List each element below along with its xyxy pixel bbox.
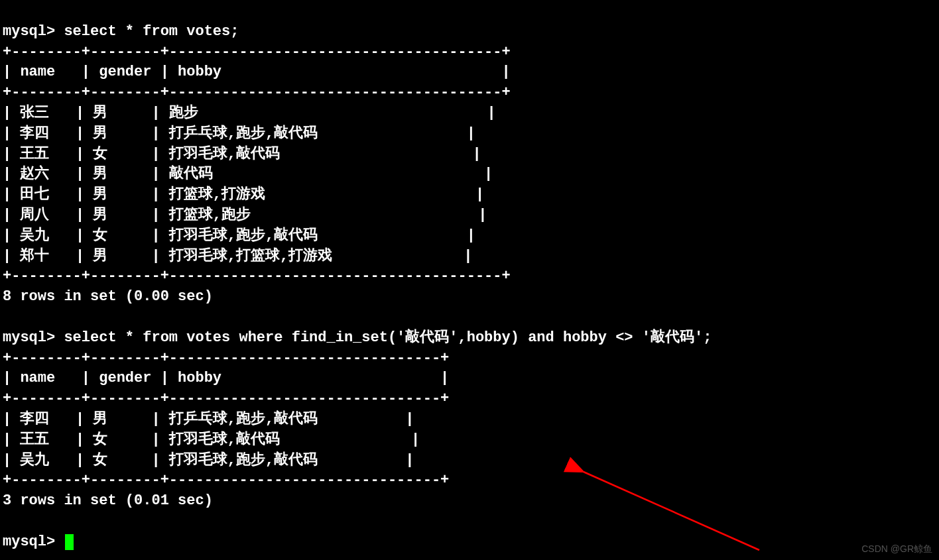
sql-query-2: select * from votes where find_in_set('敲… [64,329,712,346]
terminal-output: mysql> select * from votes; +--------+--… [0,0,939,554]
prompt-line-3[interactable]: mysql> [3,533,74,550]
csdn-watermark: CSDN @GR鲸鱼 [861,543,932,556]
table1-header: | name | gender | hobby | [3,64,511,80]
table1-row-7: | 郑十 | 男 | 打羽毛球,打篮球,打游戏 | [3,248,472,264]
table1-border-top: +--------+--------+---------------------… [3,44,511,60]
table2-row-2: | 吴九 | 女 | 打羽毛球,跑步,敲代码 | [3,452,414,469]
table2-border-top: +--------+--------+---------------------… [3,350,449,366]
table1-row-3: | 赵六 | 男 | 敲代码 | [3,166,493,182]
table1-row-6: | 吴九 | 女 | 打羽毛球,跑步,敲代码 | [3,227,475,244]
table2-header: | name | gender | hobby | [3,370,449,386]
table1-row-2: | 王五 | 女 | 打羽毛球,敲代码 | [3,146,481,162]
prompt: mysql> [3,533,55,550]
table2-border-mid: +--------+--------+---------------------… [3,390,449,407]
table1-summary: 8 rows in set (0.00 sec) [3,288,213,305]
table1-border-mid: +--------+--------+---------------------… [3,84,511,101]
table1-row-0: | 张三 | 男 | 跑步 | [3,105,496,121]
table2-row-1: | 王五 | 女 | 打羽毛球,敲代码 | [3,431,420,448]
table2-border-bot: +--------+--------+---------------------… [3,472,449,488]
prompt-line-2[interactable]: mysql> select * from votes where find_in… [3,329,712,346]
prompt: mysql> [3,329,55,346]
prompt-line-1[interactable]: mysql> select * from votes; [3,23,239,40]
prompt: mysql> [3,23,55,40]
table1-row-5: | 周八 | 男 | 打篮球,跑步 | [3,207,487,223]
sql-query-1: select * from votes; [64,23,239,40]
table2-summary: 3 rows in set (0.01 sec) [3,492,213,509]
table2-row-0: | 李四 | 男 | 打乒乓球,跑步,敲代码 | [3,411,414,427]
table1-row-1: | 李四 | 男 | 打乒乓球,跑步,敲代码 | [3,125,475,142]
table1-border-bot: +--------+--------+---------------------… [3,268,511,284]
cursor [65,534,73,550]
table1-row-4: | 田七 | 男 | 打篮球,打游戏 | [3,186,484,203]
